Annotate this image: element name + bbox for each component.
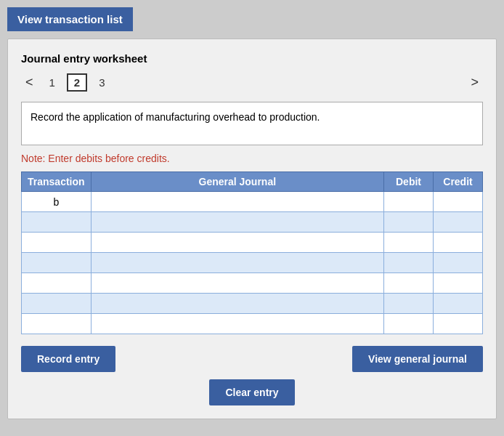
buttons-row: Record entry View general journal <box>21 346 483 372</box>
table-row-transaction-2[interactable] <box>22 233 92 253</box>
table-row-credit-4[interactable] <box>434 273 483 294</box>
clear-entry-button[interactable]: Clear entry <box>209 379 294 405</box>
clear-entry-row: Clear entry <box>21 379 483 405</box>
table-row-debit-5[interactable] <box>384 294 434 314</box>
table-row-credit-2[interactable] <box>434 233 483 253</box>
col-transaction: Transaction <box>22 172 92 192</box>
table-row-transaction-6[interactable] <box>22 314 92 334</box>
table-row-credit-0[interactable] <box>434 192 483 212</box>
table-row-transaction-5[interactable] <box>22 294 92 314</box>
table-row-credit-3[interactable] <box>434 253 483 273</box>
table-row-debit-2[interactable] <box>384 233 434 253</box>
table-row-debit-6[interactable] <box>384 314 434 334</box>
col-debit: Debit <box>384 172 434 192</box>
table-row-general-3[interactable] <box>91 253 383 273</box>
table-row-general-5[interactable] <box>91 294 383 314</box>
table-row-debit-0[interactable] <box>384 192 434 212</box>
table-row-transaction-4[interactable] <box>22 273 92 294</box>
table-row-general-1[interactable] <box>91 212 383 233</box>
page-3[interactable]: 3 <box>93 75 110 90</box>
table-row-general-2[interactable] <box>91 233 383 253</box>
table-row-credit-5[interactable] <box>434 294 483 314</box>
record-entry-button[interactable]: Record entry <box>21 346 115 372</box>
table-row-general-0[interactable] <box>91 192 383 212</box>
table-row-debit-4[interactable] <box>384 273 434 294</box>
pagination: < 1 2 3 > <box>21 73 483 92</box>
table-row-general-6[interactable] <box>91 314 383 334</box>
table-row-transaction-0[interactable]: b <box>22 192 92 212</box>
table-row-credit-6[interactable] <box>434 314 483 334</box>
outer-container: View transaction list Journal entry work… <box>0 0 504 436</box>
table-row-debit-1[interactable] <box>384 212 434 233</box>
table-row-transaction-3[interactable] <box>22 253 92 273</box>
prev-page-button[interactable]: < <box>21 73 38 92</box>
table-row-general-4[interactable] <box>91 273 383 294</box>
next-page-button[interactable]: > <box>466 73 483 92</box>
view-transaction-button[interactable]: View transaction list <box>7 7 133 31</box>
col-credit: Credit <box>434 172 483 192</box>
page-2-active[interactable]: 2 <box>67 73 87 92</box>
journal-table: Transaction General Journal Debit Credit… <box>21 171 483 334</box>
view-general-journal-button[interactable]: View general journal <box>352 346 483 372</box>
table-row-debit-3[interactable] <box>384 253 434 273</box>
col-general-journal: General Journal <box>91 172 383 192</box>
description-box: Record the application of manufacturing … <box>21 102 483 145</box>
table-row-transaction-1[interactable] <box>22 212 92 233</box>
note-text: Note: Enter debits before credits. <box>21 153 483 164</box>
table-row-credit-1[interactable] <box>434 212 483 233</box>
worksheet-title: Journal entry worksheet <box>21 52 483 65</box>
page-1[interactable]: 1 <box>44 75 61 90</box>
main-card: Journal entry worksheet < 1 2 3 > Record… <box>7 39 497 419</box>
